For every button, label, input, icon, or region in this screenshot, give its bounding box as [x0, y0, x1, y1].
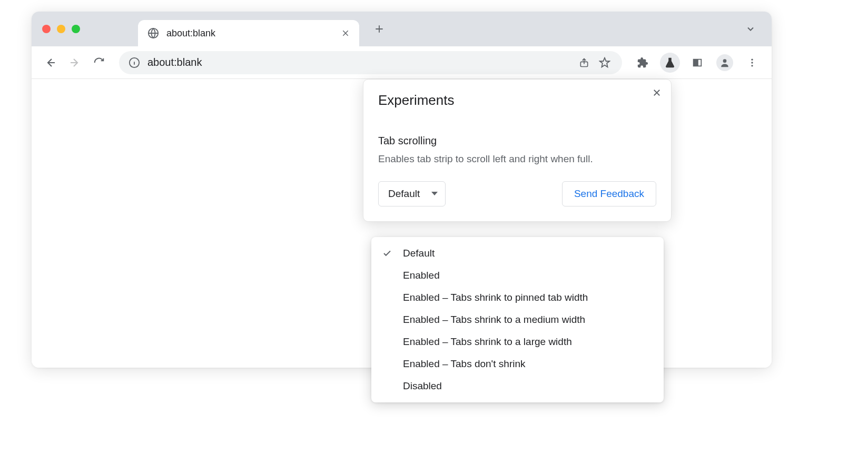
feedback-label: Send Feedback [574, 188, 644, 200]
side-panel-button[interactable] [687, 53, 707, 73]
select-dropdown: DefaultEnabledEnabled – Tabs shrink to p… [371, 237, 664, 402]
dropdown-option[interactable]: Enabled [371, 264, 664, 287]
experiments-popup: Experiments Tab scrolling Enables tab st… [363, 79, 672, 222]
window-controls [42, 25, 80, 33]
dropdown-option[interactable]: Enabled – Tabs don't shrink [371, 353, 664, 375]
globe-icon [147, 27, 159, 39]
experiment-description: Enables tab strip to scroll left and rig… [378, 152, 656, 166]
close-window-button[interactable] [42, 25, 51, 33]
toolbar-right [633, 53, 762, 73]
dropdown-option[interactable]: Enabled – Tabs shrink to pinned tab widt… [371, 287, 664, 309]
bookmark-icon[interactable] [599, 57, 610, 68]
dropdown-option-label: Enabled – Tabs don't shrink [403, 358, 526, 370]
new-tab-button[interactable] [369, 18, 390, 40]
address-text: about:blank [147, 56, 202, 68]
tab-strip: about:blank [32, 12, 772, 46]
popup-title: Experiments [378, 92, 656, 109]
profile-button[interactable] [715, 53, 735, 73]
svg-point-5 [751, 62, 753, 63]
dropdown-option-label: Default [403, 248, 435, 259]
dropdown-option[interactable]: Enabled – Tabs shrink to a medium width [371, 309, 664, 331]
dropdown-option[interactable]: Enabled – Tabs shrink to a large width [371, 331, 664, 353]
dropdown-option[interactable]: Default [371, 242, 664, 264]
tab-close-button[interactable] [341, 29, 350, 37]
tab-overflow-button[interactable] [741, 19, 760, 38]
caret-down-icon [431, 192, 438, 195]
check-icon [381, 249, 393, 258]
dropdown-option-label: Enabled – Tabs shrink to a medium width [403, 314, 585, 326]
forward-button[interactable] [65, 53, 84, 72]
dropdown-option-label: Enabled [403, 270, 440, 281]
dropdown-option-label: Enabled – Tabs shrink to a large width [403, 336, 572, 348]
address-bar[interactable]: about:blank [119, 51, 622, 74]
experiment-select[interactable]: Default [378, 181, 446, 206]
reload-button[interactable] [90, 53, 108, 72]
dropdown-option[interactable]: Disabled [371, 375, 664, 397]
tab-title: about:blank [166, 28, 215, 39]
share-icon[interactable] [579, 57, 589, 68]
svg-point-6 [751, 65, 753, 66]
site-info-icon[interactable] [129, 57, 140, 68]
select-value: Default [388, 188, 420, 200]
back-button[interactable] [41, 53, 60, 72]
maximize-window-button[interactable] [72, 25, 80, 33]
dropdown-option-label: Enabled – Tabs shrink to pinned tab widt… [403, 292, 588, 303]
experiments-button[interactable] [660, 53, 680, 73]
send-feedback-button[interactable]: Send Feedback [562, 181, 656, 206]
svg-point-3 [723, 59, 727, 63]
browser-tab[interactable]: about:blank [138, 20, 359, 46]
extensions-button[interactable] [633, 53, 653, 73]
experiment-name: Tab scrolling [378, 135, 656, 147]
minimize-window-button[interactable] [57, 25, 65, 33]
svg-point-4 [751, 58, 753, 60]
dropdown-option-label: Disabled [403, 380, 442, 392]
popup-close-button[interactable] [652, 88, 662, 97]
menu-button[interactable] [742, 53, 762, 73]
browser-window: about:blank about:blank [32, 12, 772, 368]
toolbar: about:blank [32, 46, 772, 79]
avatar-icon [716, 54, 733, 71]
